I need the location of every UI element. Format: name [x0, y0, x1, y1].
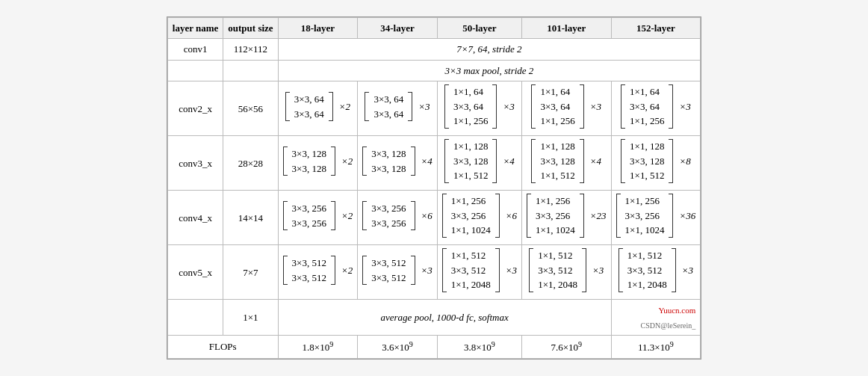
flops-152: 11.3×109 — [611, 336, 701, 359]
conv4x-152-mul: ×36 — [679, 209, 695, 224]
flops-label: FLOPs — [167, 336, 278, 359]
conv2x-101-line2: 3×3, 64 — [540, 99, 570, 114]
conv5x-101: 1×1, 512 3×3, 512 1×1, 2048 ×3 — [521, 245, 611, 300]
conv5x-50-mul: ×3 — [506, 263, 517, 278]
conv4x-101-line3: 1×1, 1024 — [536, 223, 575, 238]
conv2x-101-line1: 1×1, 64 — [540, 84, 570, 99]
header-18layer: 18-layer — [278, 17, 358, 39]
flops-34-exp: 9 — [409, 340, 413, 348]
conv3x-34: 3×3, 128 3×3, 128 ×4 — [358, 136, 438, 191]
flops-34-value: 3.6×10 — [382, 342, 409, 354]
conv5x-152-line3: 1×1, 2048 — [627, 277, 667, 292]
conv5x-18-mul: ×2 — [341, 263, 353, 278]
flops-101-exp: 9 — [578, 340, 582, 348]
header-101layer: 101-layer — [521, 17, 611, 39]
conv5x-152-mul: ×3 — [682, 263, 693, 278]
conv5x-101-line3: 1×1, 2048 — [538, 277, 577, 292]
conv5x-50-line2: 3×3, 512 — [451, 263, 486, 278]
conv1-name: conv1 — [167, 39, 223, 61]
conv4x-18-line2: 3×3, 256 — [292, 216, 326, 231]
conv2x-34-line2: 3×3, 64 — [373, 107, 403, 122]
header-layer-name: layer name — [167, 17, 223, 39]
conv4x-152-line2: 3×3, 256 — [625, 209, 660, 224]
conv3x-34-line2: 3×3, 128 — [371, 161, 406, 176]
conv5x-18: 3×3, 512 3×3, 512 ×2 — [278, 245, 358, 300]
conv4x-50-line1: 1×1, 256 — [451, 194, 486, 209]
conv5x-50-line3: 1×1, 2048 — [451, 277, 491, 292]
maxpool-name — [167, 60, 223, 81]
conv3x-18-mul: ×2 — [341, 154, 353, 169]
conv1-output: 112×112 — [223, 39, 278, 61]
flops-101: 7.6×109 — [521, 336, 611, 359]
table-row: 1×1 average pool, 1000-d fc, softmax Yuu… — [167, 300, 700, 336]
conv5x-101-mul: ×3 — [592, 263, 604, 278]
conv4x-34-line1: 3×3, 256 — [371, 201, 406, 216]
conv2x-50-line1: 1×1, 64 — [453, 84, 483, 99]
conv3x-50: 1×1, 128 3×3, 128 1×1, 512 ×4 — [437, 136, 521, 191]
table-row: conv3_x 28×28 3×3, 128 3×3, 128 ×2 — [167, 136, 700, 191]
conv5x-50: 1×1, 512 3×3, 512 1×1, 2048 ×3 — [437, 245, 521, 300]
conv2x-18: 3×3, 64 3×3, 64 ×2 — [278, 81, 358, 136]
conv4x-name: conv4_x — [167, 191, 223, 245]
flops-50-value: 3.8×10 — [464, 342, 492, 354]
conv4x-18: 3×3, 256 3×3, 256 ×2 — [278, 191, 358, 245]
flops-50: 3.8×109 — [437, 336, 521, 359]
conv4x-50-mul: ×6 — [506, 209, 517, 224]
conv3x-50-mul: ×4 — [503, 154, 514, 169]
avgpool-name — [167, 300, 223, 336]
conv2x-152-line2: 3×3, 64 — [630, 99, 660, 114]
table-row: 3×3 max pool, stride 2 — [167, 60, 700, 81]
flops-18-value: 1.8×10 — [303, 342, 330, 354]
conv5x-152-line2: 3×3, 512 — [627, 263, 662, 278]
conv5x-152: 1×1, 512 3×3, 512 1×1, 2048 ×3 — [611, 245, 701, 300]
conv2x-50-line3: 1×1, 256 — [453, 114, 488, 129]
flops-18: 1.8×109 — [278, 336, 358, 359]
conv5x-18-line2: 3×3, 512 — [292, 271, 326, 286]
conv4x-34: 3×3, 256 3×3, 256 ×6 — [358, 191, 438, 245]
conv5x-50-line1: 1×1, 512 — [451, 248, 486, 263]
conv2x-152-line3: 1×1, 256 — [630, 114, 664, 129]
conv4x-101-line2: 3×3, 256 — [536, 209, 570, 224]
conv2x-50-mul: ×3 — [503, 99, 514, 114]
conv2x-output: 56×56 — [223, 81, 278, 136]
csdn-watermark: CSDN@leSerein_ — [641, 321, 696, 330]
conv5x-34-mul: ×3 — [421, 263, 433, 278]
conv3x-101-mul: ×4 — [590, 154, 601, 169]
conv2x-101: 1×1, 64 3×3, 64 1×1, 256 ×3 — [521, 81, 611, 136]
avgpool-output: 1×1 — [223, 300, 278, 336]
conv3x-101-line2: 3×3, 128 — [540, 154, 574, 169]
conv4x-34-mul: ×6 — [421, 209, 433, 224]
conv4x-152: 1×1, 256 3×3, 256 1×1, 1024 ×36 — [611, 191, 701, 245]
conv3x-101: 1×1, 128 3×3, 128 1×1, 512 ×4 — [521, 136, 611, 191]
conv5x-34-line2: 3×3, 512 — [371, 271, 406, 286]
conv2x-34-mul: ×3 — [418, 99, 430, 114]
conv5x-101-line1: 1×1, 512 — [538, 248, 572, 263]
flops-152-value: 11.3×10 — [638, 342, 670, 354]
conv4x-152-line3: 1×1, 1024 — [625, 223, 665, 238]
conv2x-18-line2: 3×3, 64 — [294, 107, 324, 122]
maxpool-output — [223, 60, 278, 81]
header-34layer: 34-layer — [358, 17, 438, 39]
resnet-architecture-table: layer name output size 18-layer 34-layer… — [167, 16, 701, 360]
header-152layer: 152-layer — [611, 17, 701, 39]
table-row: conv5_x 7×7 3×3, 512 3×3, 512 ×2 — [167, 245, 700, 300]
conv3x-name: conv3_x — [167, 136, 223, 191]
conv3x-18-line2: 3×3, 128 — [292, 161, 326, 176]
conv3x-34-line1: 3×3, 128 — [371, 147, 406, 161]
conv4x-output: 14×14 — [223, 191, 278, 245]
conv3x-50-line1: 1×1, 128 — [453, 139, 488, 154]
conv2x-34: 3×3, 64 3×3, 64 ×3 — [358, 81, 438, 136]
conv4x-101-mul: ×23 — [590, 209, 607, 224]
header-50layer: 50-layer — [437, 17, 521, 39]
conv3x-18: 3×3, 128 3×3, 128 ×2 — [278, 136, 358, 191]
conv5x-output: 7×7 — [223, 245, 278, 300]
conv4x-50-line2: 3×3, 256 — [451, 209, 486, 224]
conv4x-50-line3: 1×1, 1024 — [451, 223, 491, 238]
conv2x-50-line2: 3×3, 64 — [453, 99, 483, 114]
conv4x-101-line1: 1×1, 256 — [536, 194, 570, 209]
table-row: conv1 112×112 7×7, 64, stride 2 — [167, 39, 700, 61]
conv4x-18-mul: ×2 — [341, 209, 353, 224]
conv2x-18-line1: 3×3, 64 — [294, 92, 324, 107]
conv3x-101-line1: 1×1, 128 — [540, 139, 574, 154]
conv4x-50: 1×1, 256 3×3, 256 1×1, 1024 ×6 — [437, 191, 521, 245]
